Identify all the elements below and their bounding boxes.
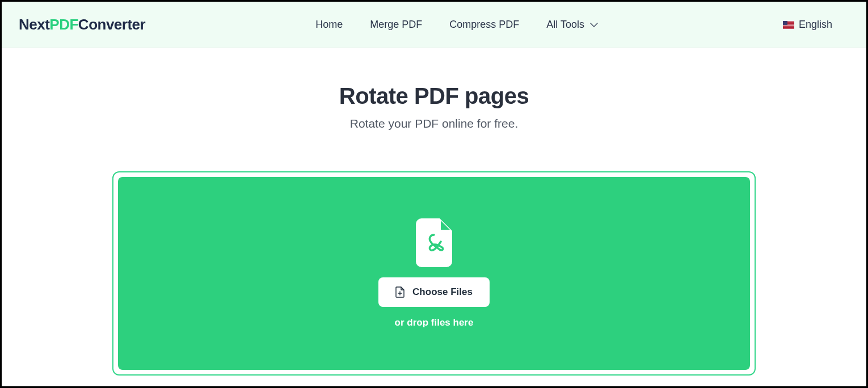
logo[interactable]: NextPDFConverter — [19, 16, 145, 33]
nav-merge-pdf[interactable]: Merge PDF — [370, 19, 422, 31]
main-nav: Home Merge PDF Compress PDF All Tools — [315, 19, 598, 31]
file-dropzone[interactable]: Choose Files or drop files here — [118, 177, 750, 370]
header: NextPDFConverter Home Merge PDF Compress… — [2, 2, 866, 48]
chevron-down-icon — [590, 23, 598, 27]
language-selector[interactable]: English — [783, 19, 849, 31]
pdf-file-icon — [416, 218, 452, 267]
us-flag-icon — [783, 21, 794, 29]
main-content: Rotate PDF pages Rotate your PDF online … — [2, 48, 866, 376]
logo-part2: PDF — [49, 16, 78, 33]
nav-all-tools-label: All Tools — [546, 19, 584, 31]
nav-compress-label: Compress PDF — [449, 19, 519, 31]
page-title: Rotate PDF pages — [339, 83, 529, 109]
nav-home-label: Home — [315, 19, 343, 31]
file-plus-icon — [395, 286, 404, 298]
logo-part1: Next — [19, 16, 49, 33]
nav-all-tools[interactable]: All Tools — [546, 19, 598, 31]
choose-files-button[interactable]: Choose Files — [378, 277, 490, 307]
nav-home[interactable]: Home — [315, 19, 343, 31]
pdf-glyph-icon — [423, 231, 445, 254]
dropzone-container: Choose Files or drop files here — [112, 171, 756, 376]
nav-merge-label: Merge PDF — [370, 19, 422, 31]
nav-compress-pdf[interactable]: Compress PDF — [449, 19, 519, 31]
drop-hint: or drop files here — [395, 317, 474, 328]
logo-part3: Converter — [78, 16, 145, 33]
page-subtitle: Rotate your PDF online for free. — [350, 117, 518, 130]
language-label: English — [799, 19, 832, 31]
choose-files-label: Choose Files — [412, 286, 473, 298]
